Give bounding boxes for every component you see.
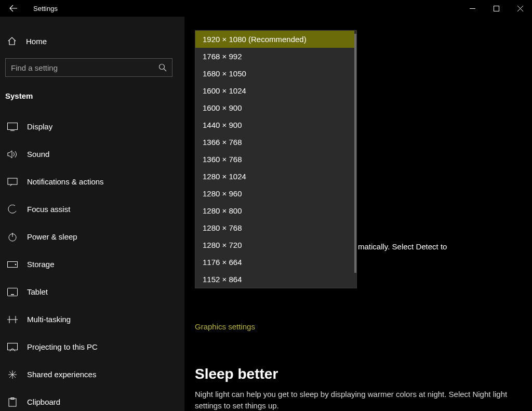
- resolution-dropdown[interactable]: 1920 × 1080 (Recommended)1768 × 9921680 …: [195, 30, 357, 288]
- resolution-option[interactable]: 1176 × 664: [195, 254, 354, 271]
- content-pane: matically. Select Detect to 1920 × 1080 …: [184, 17, 532, 411]
- close-icon: [517, 6, 523, 11]
- sidebar-item-multitasking[interactable]: Multi-tasking: [0, 306, 184, 333]
- clipboard-icon: [6, 397, 19, 407]
- maximize-button[interactable]: [484, 0, 508, 17]
- sidebar-item-sound[interactable]: Sound: [0, 140, 184, 168]
- dropdown-scrollbar[interactable]: [354, 31, 356, 288]
- resolution-option[interactable]: 1280 × 1024: [195, 168, 354, 185]
- power-icon: [6, 232, 19, 242]
- multitasking-icon: [6, 316, 19, 323]
- sidebar-item-storage[interactable]: Storage: [0, 250, 184, 278]
- sidebar-home-label: Home: [26, 37, 47, 46]
- tablet-icon: [6, 288, 19, 296]
- resolution-option[interactable]: 1366 × 768: [195, 134, 354, 151]
- sidebar-item-label: Focus assist: [27, 205, 70, 214]
- resolution-option[interactable]: 1440 × 900: [195, 116, 354, 134]
- shared-icon: [6, 370, 19, 379]
- sidebar-item-display[interactable]: Display: [0, 113, 184, 140]
- sidebar: Home System Display: [0, 17, 184, 411]
- focus-icon: [6, 205, 19, 214]
- svg-rect-3: [8, 178, 17, 184]
- sidebar-item-label: Tablet: [27, 287, 48, 296]
- svg-point-1: [159, 64, 165, 70]
- projecting-icon: [6, 343, 19, 351]
- sidebar-item-notifications[interactable]: Notifications & actions: [0, 168, 184, 195]
- window-title: Settings: [33, 5, 58, 12]
- svg-rect-9: [8, 343, 18, 350]
- sidebar-home[interactable]: Home: [0, 31, 184, 51]
- sidebar-item-label: Shared experiences: [27, 370, 96, 379]
- graphics-settings-link[interactable]: Graphics settings: [195, 322, 255, 331]
- resolution-option[interactable]: 1280 × 768: [195, 219, 354, 236]
- storage-icon: [6, 261, 19, 268]
- window-controls: [460, 0, 532, 17]
- svg-rect-10: [9, 399, 16, 406]
- display-icon: [6, 123, 19, 131]
- resolution-option[interactable]: 1680 × 1050: [195, 65, 354, 82]
- resolution-option[interactable]: 1280 × 800: [195, 202, 354, 219]
- svg-rect-2: [8, 123, 18, 129]
- detect-text-fragment: matically. Select Detect to: [358, 242, 532, 251]
- sound-icon: [6, 150, 19, 158]
- close-button[interactable]: [508, 0, 532, 17]
- sidebar-item-label: Display: [27, 122, 52, 131]
- sidebar-item-tablet[interactable]: Tablet: [0, 278, 184, 306]
- sleep-better-body: Night light can help you get to sleep by…: [195, 389, 517, 411]
- svg-rect-8: [11, 294, 14, 295]
- sidebar-group-title: System: [0, 87, 184, 113]
- search-input[interactable]: [11, 63, 158, 72]
- resolution-option[interactable]: 1152 × 864: [195, 271, 354, 288]
- scrollbar-thumb[interactable]: [354, 34, 356, 273]
- sidebar-item-label: Notifications & actions: [27, 177, 104, 186]
- sidebar-item-shared[interactable]: Shared experiences: [0, 361, 184, 388]
- back-button[interactable]: [8, 3, 19, 14]
- resolution-option[interactable]: 1280 × 960: [195, 185, 354, 202]
- home-icon: [6, 36, 18, 46]
- resolution-option[interactable]: 1920 × 1080 (Recommended): [195, 31, 354, 48]
- maximize-icon: [494, 6, 499, 11]
- sidebar-item-label: Power & sleep: [27, 232, 77, 241]
- arrow-left-icon: [9, 4, 18, 12]
- sidebar-item-projecting[interactable]: Projecting to this PC: [0, 333, 184, 361]
- resolution-option[interactable]: 1600 × 900: [195, 99, 354, 116]
- titlebar: Settings: [0, 0, 532, 17]
- sidebar-item-clipboard[interactable]: Clipboard: [0, 388, 184, 411]
- svg-point-6: [15, 263, 17, 265]
- resolution-option[interactable]: 1280 × 720: [195, 236, 354, 254]
- minimize-icon: [470, 6, 475, 11]
- resolution-option[interactable]: 1768 × 992: [195, 48, 354, 65]
- search-box[interactable]: [5, 58, 172, 77]
- sidebar-item-power-sleep[interactable]: Power & sleep: [0, 223, 184, 250]
- svg-rect-0: [494, 6, 499, 11]
- sidebar-item-label: Storage: [27, 260, 55, 269]
- sidebar-item-label: Sound: [27, 150, 49, 158]
- sidebar-item-label: Projecting to this PC: [27, 342, 98, 351]
- notifications-icon: [6, 178, 19, 186]
- search-icon: [158, 63, 167, 72]
- sidebar-item-label: Clipboard: [27, 397, 60, 406]
- sidebar-item-label: Multi-tasking: [27, 315, 71, 324]
- resolution-option[interactable]: 1600 × 1024: [195, 82, 354, 99]
- minimize-button[interactable]: [460, 0, 484, 17]
- resolution-option[interactable]: 1360 × 768: [195, 151, 354, 168]
- sidebar-item-focus-assist[interactable]: Focus assist: [0, 195, 184, 223]
- sleep-better-heading: Sleep better: [195, 366, 278, 382]
